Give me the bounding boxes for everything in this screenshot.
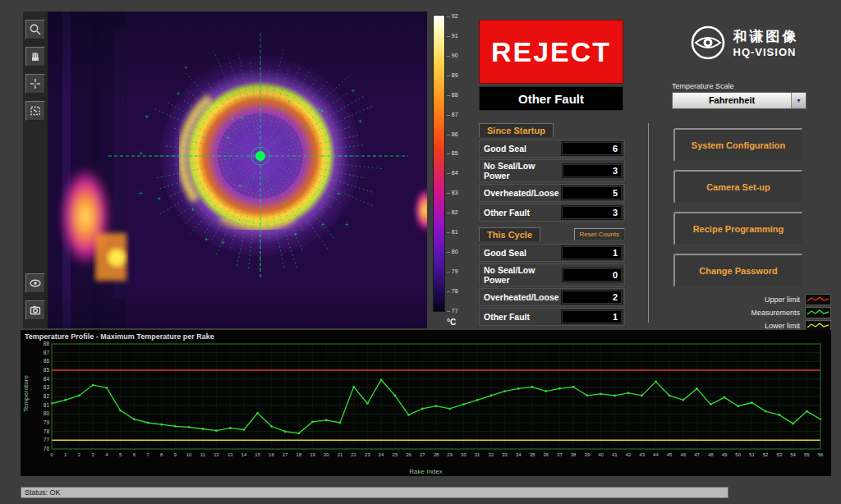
svg-text:82: 82 [44, 393, 50, 399]
color-scale-ticks: 92919089888786858483828180797877 [447, 13, 458, 314]
svg-text:14: 14 [241, 452, 247, 457]
svg-text:87: 87 [44, 350, 50, 355]
svg-text:23: 23 [365, 452, 370, 457]
counter-value: 5 [561, 186, 623, 200]
chart-title: Temperature Profile - Maximum Temperatur… [25, 332, 214, 341]
svg-text:4: 4 [105, 452, 108, 457]
svg-text:39: 39 [585, 452, 591, 457]
this-cycle-title: This Cycle [479, 227, 540, 241]
svg-text:20: 20 [324, 452, 329, 457]
svg-text:78: 78 [44, 428, 50, 434]
svg-text:19: 19 [310, 452, 315, 457]
counter-row-no-seal: No Seal/Low Power 0 [479, 263, 625, 286]
chevron-down-icon[interactable]: ▼ [791, 93, 806, 108]
svg-text:28: 28 [434, 452, 439, 457]
chart-plot-area: 7677787980818283848586878801234567891011… [22, 341, 829, 470]
counter-value: 3 [562, 163, 623, 178]
svg-text:1: 1 [64, 452, 67, 457]
chart-legend: Upper limit Measurements Lower limit [723, 294, 831, 332]
svg-text:55: 55 [804, 452, 810, 457]
svg-text:34: 34 [516, 452, 522, 457]
status-bar: Status: OK [21, 487, 728, 498]
image-toolbar [23, 11, 48, 328]
legend-upper-limit: Upper limit [723, 294, 831, 305]
svg-text:5: 5 [119, 452, 122, 457]
brand-logo: 和谦图像 HQ-VISION [662, 25, 826, 61]
svg-text:54: 54 [790, 452, 796, 457]
svg-text:53: 53 [777, 452, 783, 457]
svg-text:86: 86 [44, 358, 50, 364]
svg-text:7: 7 [146, 452, 149, 457]
svg-text:29: 29 [447, 452, 453, 457]
svg-text:46: 46 [681, 452, 687, 457]
svg-text:11: 11 [200, 452, 206, 457]
svg-text:0: 0 [50, 452, 53, 457]
counter-row-other-fault: Other Fault 1 [479, 308, 625, 326]
svg-text:56: 56 [818, 452, 824, 457]
svg-text:81: 81 [44, 402, 50, 408]
recipe-programming-button[interactable]: Recipe Programming [673, 212, 803, 245]
svg-text:49: 49 [722, 452, 728, 457]
svg-text:80: 80 [44, 410, 50, 416]
svg-text:21: 21 [338, 452, 343, 457]
svg-text:41: 41 [612, 452, 618, 457]
svg-text:9: 9 [174, 452, 177, 457]
counter-value: 0 [562, 268, 623, 282]
pan-tool-button[interactable] [25, 47, 45, 66]
camera-setup-button[interactable]: Camera Set-up [673, 170, 803, 204]
crosshair-icon [29, 77, 42, 90]
temperature-profile-chart: Temperature Profile - Maximum Temperatur… [21, 330, 831, 476]
counter-row-overheated: Overheated/Loose 2 [479, 288, 625, 306]
color-scale-unit: °C [447, 318, 456, 327]
zoom-tool-button[interactable] [25, 20, 45, 39]
svg-text:48: 48 [708, 452, 714, 457]
thermal-image[interactable] [48, 11, 427, 328]
hand-icon [29, 50, 42, 63]
svg-text:6: 6 [133, 452, 136, 457]
svg-text:31: 31 [475, 452, 480, 457]
legend-measurements: Measurements [723, 307, 831, 318]
svg-text:76: 76 [44, 446, 50, 451]
upper-limit-swatch [805, 294, 831, 305]
svg-text:79: 79 [44, 419, 50, 425]
hq-vision-logo-icon [690, 25, 726, 61]
svg-text:24: 24 [379, 452, 384, 457]
eye-icon [29, 277, 42, 290]
region-select-tool-button[interactable] [25, 101, 45, 121]
verdict-banner: REJECT [479, 20, 623, 84]
svg-text:12: 12 [214, 452, 219, 457]
camera-icon [29, 304, 42, 317]
svg-text:77: 77 [44, 437, 50, 442]
svg-text:17: 17 [283, 452, 288, 457]
svg-text:35: 35 [530, 452, 535, 457]
since-startup-title: Since Startup [479, 123, 554, 137]
palette-tool-button[interactable] [25, 273, 45, 293]
brand-name-en: HQ-VISION [733, 46, 799, 58]
reset-counts-button[interactable]: Reset Counts [574, 228, 625, 241]
svg-text:88: 88 [44, 341, 50, 346]
svg-text:84: 84 [44, 376, 50, 382]
crosshair-tool-button[interactable] [25, 74, 45, 94]
svg-text:32: 32 [489, 452, 494, 457]
svg-text:43: 43 [639, 452, 645, 457]
counter-value: 6 [561, 141, 623, 156]
svg-text:16: 16 [269, 452, 274, 457]
svg-text:22: 22 [351, 452, 356, 457]
svg-text:51: 51 [749, 452, 755, 457]
svg-text:8: 8 [160, 452, 163, 457]
system-configuration-button[interactable]: System Configuration [673, 128, 803, 162]
svg-text:45: 45 [667, 452, 673, 457]
svg-text:85: 85 [44, 367, 50, 373]
region-select-icon [29, 104, 42, 117]
svg-text:44: 44 [653, 452, 659, 457]
svg-text:27: 27 [420, 452, 425, 457]
brand-name-cn: 和谦图像 [733, 27, 799, 46]
change-password-button[interactable]: Change Password [673, 254, 803, 287]
snapshot-tool-button[interactable] [25, 300, 45, 320]
svg-text:36: 36 [543, 452, 549, 457]
svg-text:15: 15 [255, 452, 260, 457]
svg-text:3: 3 [91, 452, 94, 457]
svg-text:40: 40 [598, 452, 604, 457]
svg-text:52: 52 [763, 452, 769, 457]
temperature-scale-dropdown[interactable]: Fahrenheit ▼ [672, 92, 807, 109]
